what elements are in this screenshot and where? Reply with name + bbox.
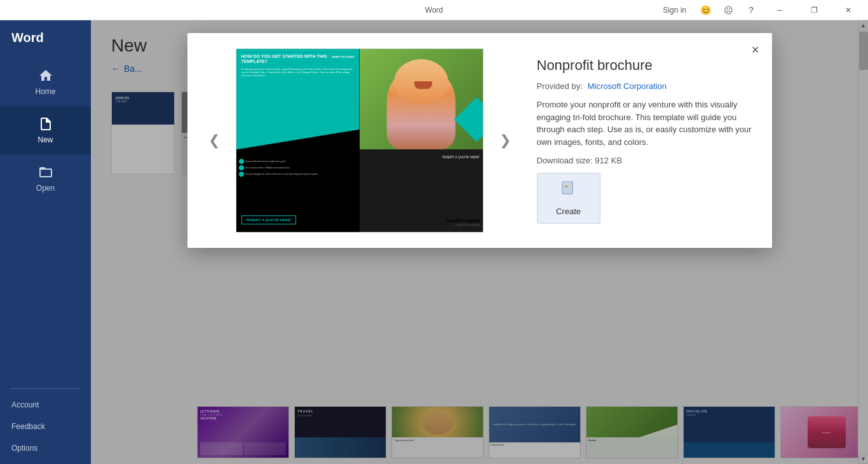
sidebar-item-open[interactable]: Open xyxy=(0,154,91,203)
brochure-quote-right: "INSERT A QUOTE HERE" xyxy=(362,155,480,159)
modal-next-button[interactable]: ❯ xyxy=(494,129,517,152)
brochure-sub-text: To change pictures in this brochure, cop… xyxy=(241,67,355,78)
download-label: Download size: xyxy=(537,156,593,165)
open-label: Open xyxy=(36,184,55,193)
sidebar-bottom: Account Feedback Options xyxy=(0,394,91,464)
brochure-left-panel: HOW DO YOU GET STARTED WITH THIS TEMPLAT… xyxy=(236,49,360,232)
create-icon: ✦ xyxy=(560,181,578,201)
sidebar-nav: Home New Open xyxy=(0,58,91,383)
download-size: 912 KB xyxy=(595,156,622,165)
modal-provider: Provided by: Microsoft Corporation xyxy=(537,81,757,91)
modal-info-section: Nonprofit brochure Provided by: Microsof… xyxy=(537,57,757,224)
sidebar-app-name: Word xyxy=(0,20,91,58)
sidebar-item-new[interactable]: New xyxy=(0,106,91,154)
brochure-quote-left: "INSERT A QUOTE HERE" xyxy=(241,215,296,224)
brochure-charity-name: CHARITY NAME xyxy=(446,219,480,223)
sidebar-item-feedback[interactable]: Feedback xyxy=(0,416,91,437)
main-content: New ← Ba... HOW DO YOU GET golf xyxy=(91,20,868,464)
brochure-photo-inner xyxy=(360,49,483,149)
modal-overlay: ✕ ❮ xyxy=(91,20,868,464)
help-icon-btn[interactable]: ? xyxy=(742,1,760,19)
brochure-preview: HOW DO YOU GET STARTED WITH THIS TEMPLAT… xyxy=(236,49,483,232)
app-body: Word Home New Open Ac xyxy=(0,20,868,464)
modal-download-info: Download size: 912 KB xyxy=(537,156,757,165)
smart-pictures-label: SMART PICTURES xyxy=(332,55,355,58)
frown-icon-btn[interactable]: ☹ xyxy=(719,1,737,19)
modal-template-title: Nonprofit brochure xyxy=(537,57,757,74)
brochure-icon-3 xyxy=(239,172,244,177)
brochure-bullet-1: Insert a full-color here to make your po… xyxy=(245,160,287,163)
modal-template-image: HOW DO YOU GET STARTED WITH THIS TEMPLAT… xyxy=(236,48,484,233)
modal-body: ❮ HOW DO YOU GET STARTED WITH THIS TEMPL… xyxy=(187,33,772,248)
modal-prev-button[interactable]: ❮ xyxy=(203,129,226,152)
brochure-icon-row-1: Insert a full-color here to make your po… xyxy=(239,159,318,164)
title-bar: Word Sign in 😊 ☹ ? ─ ❐ ✕ xyxy=(0,0,868,20)
app-title-center: Word xyxy=(425,6,443,15)
title-bar-right: Sign in 😊 ☹ ? ─ ❐ ✕ xyxy=(663,0,863,20)
home-icon xyxy=(38,68,53,83)
template-preview-modal: ✕ ❮ xyxy=(187,33,772,248)
new-icon xyxy=(38,116,53,132)
sidebar-item-home[interactable]: Home xyxy=(0,58,91,106)
brochure-icon-row-3: You can change the color of the Icon to … xyxy=(239,172,318,177)
brochure-charity-sub: SUBTITLE HERE xyxy=(446,223,480,227)
minimize-button[interactable]: ─ xyxy=(765,0,794,20)
brochure-right-panel: "INSERT A QUOTE HERE" CHARITY NAME SUBTI… xyxy=(360,49,483,232)
modal-description: Promote your nonprofit or any venture wi… xyxy=(537,99,757,148)
brochure-charity: CHARITY NAME SUBTITLE HERE xyxy=(446,219,480,227)
new-label: New xyxy=(37,135,53,144)
home-label: Home xyxy=(35,87,55,96)
brochure-icon-1 xyxy=(239,159,244,164)
sidebar: Word Home New Open Ac xyxy=(0,20,91,464)
smile-icon-btn[interactable]: 😊 xyxy=(696,1,714,19)
sidebar-item-account[interactable]: Account xyxy=(0,394,91,416)
modal-close-button[interactable]: ✕ xyxy=(747,41,764,58)
sign-in-button[interactable]: Sign in xyxy=(663,6,686,15)
brochure-bullet-3: You can change the color of the Icon to … xyxy=(245,173,318,175)
modal-preview-section: ❮ HOW DO YOU GET STARTED WITH THIS TEMPL… xyxy=(203,48,517,233)
restore-button[interactable]: ❐ xyxy=(799,0,829,20)
sidebar-item-options[interactable]: Options xyxy=(0,437,91,459)
open-icon xyxy=(38,165,53,180)
brochure-photo xyxy=(360,49,483,149)
svg-text:✦: ✦ xyxy=(564,183,569,190)
brochure-icon-list: Insert a full-color here to make your po… xyxy=(239,159,318,177)
provider-link[interactable]: Microsoft Corporation xyxy=(588,81,667,91)
create-label: Create xyxy=(556,207,581,216)
provided-by-label: Provided by: xyxy=(537,81,583,91)
close-button[interactable]: ✕ xyxy=(834,0,863,20)
brochure-bullet-2: Go to Insert on the > Ribbon and select … xyxy=(245,167,290,169)
brochure-icon-2 xyxy=(239,165,244,170)
sidebar-divider xyxy=(10,388,81,389)
brochure-icon-row-2: Go to Insert on the > Ribbon and select … xyxy=(239,165,318,170)
create-button[interactable]: ✦ Create xyxy=(537,173,600,224)
